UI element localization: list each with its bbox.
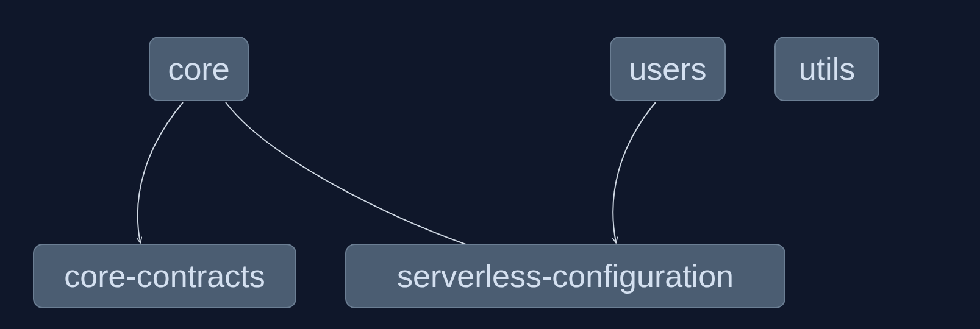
node-core[interactable]: core — [149, 37, 249, 101]
node-label: core-contracts — [64, 258, 265, 294]
diagram-canvas: core users utils core-contracts serverle… — [0, 0, 980, 329]
node-label: core — [168, 51, 229, 87]
node-label: serverless-configuration — [397, 258, 734, 294]
edge-core-to-core-contracts — [138, 102, 183, 242]
node-core-contracts[interactable]: core-contracts — [33, 244, 296, 308]
node-serverless-configuration[interactable]: serverless-configuration — [345, 244, 785, 308]
node-label: users — [629, 51, 706, 87]
edge-core-to-serverless-configuration — [226, 102, 487, 252]
node-utils[interactable]: utils — [774, 37, 879, 101]
edge-users-to-serverless-configuration — [613, 102, 656, 242]
node-users[interactable]: users — [610, 37, 726, 101]
node-label: utils — [799, 51, 855, 87]
